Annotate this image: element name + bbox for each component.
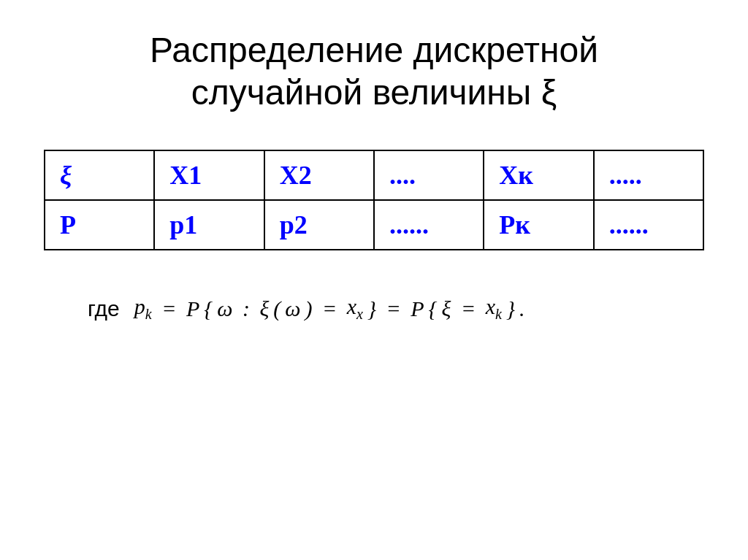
formula-brace2-close: } — [506, 296, 515, 321]
formula-section: где pk = P { ω : ξ ( ω ) = xx } = P { ξ … — [44, 294, 704, 323]
cell-xi: ξ — [45, 150, 154, 200]
cell-p1: p1 — [154, 200, 264, 250]
where-label: где — [88, 296, 120, 321]
table-row: ξ X1 X2 .... Xк ..... — [45, 150, 703, 200]
formula-xx: xx — [347, 294, 363, 323]
formula-equals2: = — [317, 296, 343, 321]
formula-brace1-open: { — [204, 296, 213, 321]
cell-pk: Pк — [484, 200, 593, 250]
title-line1: Распределение дискретной — [150, 31, 598, 69]
formula-colon: : — [237, 296, 255, 321]
cell-dots2: ..... — [594, 150, 703, 200]
formula-equals3: = — [381, 296, 406, 321]
formula-xi2: ξ — [442, 296, 451, 321]
formula-paren-open: ( — [273, 296, 280, 321]
formula-brace1-close: } — [367, 296, 376, 321]
table-wrapper: ξ X1 X2 .... Xк ..... P p1 p2 ...... Pк … — [44, 150, 704, 250]
formula-omega2: ω — [285, 296, 300, 321]
formula-brace2-open: { — [429, 296, 438, 321]
cell-p2: p2 — [264, 200, 374, 250]
distribution-table: ξ X1 X2 .... Xк ..... P p1 p2 ...... Pк … — [44, 150, 704, 250]
formula-xk: xk — [486, 294, 502, 323]
formula-P2: P — [411, 296, 424, 321]
formula-expression: pk = P { ω : ξ ( ω ) = xx } = P { ξ = xk… — [134, 294, 525, 323]
formula-P1: P — [186, 296, 199, 321]
cell-x1: X1 — [154, 150, 264, 200]
cell-dots1: .... — [374, 150, 484, 200]
cell-dots3: ...... — [374, 200, 484, 250]
cell-xk: Xк — [484, 150, 593, 200]
formula-pk: pk — [134, 294, 152, 323]
title: Распределение дискретной случайной велич… — [150, 29, 598, 113]
formula-omega: ω — [217, 296, 232, 321]
formula-equals1: = — [156, 296, 182, 321]
formula-paren-close: ) — [305, 296, 313, 321]
formula-period: . — [519, 296, 525, 321]
cell-x2: X2 — [264, 150, 374, 200]
formula-xi1: ξ — [259, 296, 269, 321]
formula-equals4: = — [455, 296, 481, 321]
table-row: P p1 p2 ...... Pк ...... — [45, 200, 703, 250]
cell-dots4: ...... — [594, 200, 703, 250]
cell-p: P — [45, 200, 154, 250]
title-line2: случайной величины ξ — [191, 73, 557, 112]
